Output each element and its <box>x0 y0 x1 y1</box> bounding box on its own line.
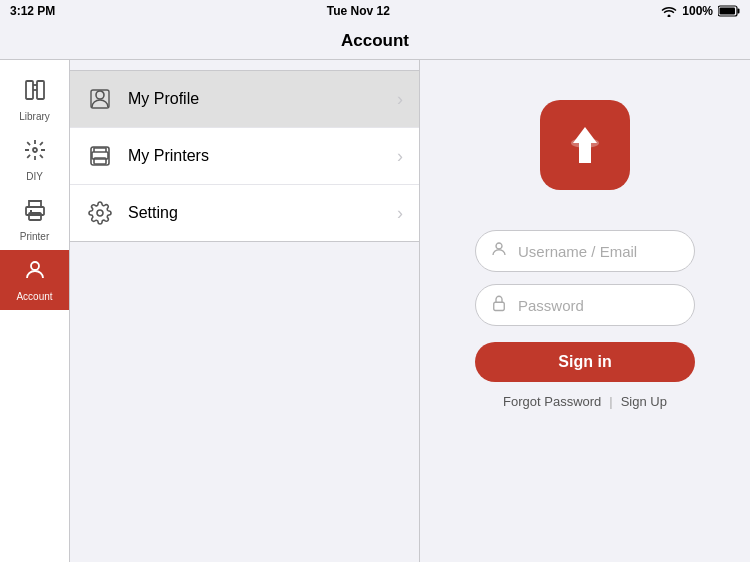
wifi-icon <box>661 5 677 17</box>
sidebar-item-account[interactable]: Account <box>0 250 69 310</box>
menu-item-my-printers[interactable]: My Printers › <box>70 128 419 185</box>
svg-rect-3 <box>26 81 33 99</box>
login-form: Sign in Forgot Password | Sign Up <box>475 230 695 409</box>
user-input-icon <box>490 240 508 262</box>
svg-point-19 <box>496 243 502 249</box>
battery-text: 100% <box>682 4 713 18</box>
forgot-password-link[interactable]: Forgot Password <box>503 394 601 409</box>
chevron-right-icon-printers: › <box>397 146 403 167</box>
status-time: 3:12 PM <box>10 4 55 18</box>
svg-rect-2 <box>719 8 735 15</box>
battery-icon <box>718 5 740 17</box>
sidebar-item-library-label: Library <box>19 111 50 122</box>
account-icon <box>23 258 47 288</box>
status-bar-right: 100% <box>661 4 740 18</box>
printers-icon <box>86 142 114 170</box>
sidebar-item-diy-label: DIY <box>26 171 43 182</box>
my-printers-label: My Printers <box>128 147 397 165</box>
setting-label: Setting <box>128 204 397 222</box>
status-bar: 3:12 PM Tue Nov 12 100% <box>0 0 750 22</box>
username-input[interactable] <box>518 243 680 260</box>
page-title: Account <box>341 31 409 51</box>
menu-list: My Profile › My Printers › <box>70 70 419 242</box>
svg-point-18 <box>571 138 599 148</box>
svg-point-17 <box>97 210 103 216</box>
sidebar-item-library[interactable]: Library <box>0 70 69 130</box>
chevron-right-icon-setting: › <box>397 203 403 224</box>
status-date: Tue Nov 12 <box>327 4 390 18</box>
app-logo-icon <box>555 115 615 175</box>
my-profile-label: My Profile <box>128 90 397 108</box>
settings-icon <box>86 199 114 227</box>
password-input[interactable] <box>518 297 680 314</box>
sign-up-link[interactable]: Sign Up <box>621 394 667 409</box>
svg-rect-8 <box>29 213 41 220</box>
main-layout: Library DIY Printer <box>0 60 750 562</box>
password-field-container <box>475 284 695 326</box>
svg-rect-1 <box>737 9 739 14</box>
svg-rect-4 <box>37 81 44 99</box>
svg-point-7 <box>33 148 37 152</box>
diy-icon <box>23 138 47 168</box>
title-bar: Account <box>0 22 750 60</box>
sign-in-button[interactable]: Sign in <box>475 342 695 382</box>
sidebar-item-printer-label: Printer <box>20 231 49 242</box>
center-panel: My Profile › My Printers › <box>70 60 420 562</box>
lock-input-icon <box>490 294 508 316</box>
sidebar-item-diy[interactable]: DIY <box>0 130 69 190</box>
printer-icon <box>23 198 47 228</box>
right-panel: Sign in Forgot Password | Sign Up <box>420 60 750 562</box>
username-field-container <box>475 230 695 272</box>
sidebar-item-printer[interactable]: Printer <box>0 190 69 250</box>
svg-rect-20 <box>494 302 505 310</box>
svg-point-12 <box>96 91 104 99</box>
links-row: Forgot Password | Sign Up <box>475 394 695 409</box>
profile-icon <box>86 85 114 113</box>
sidebar: Library DIY Printer <box>0 60 70 562</box>
book-icon <box>23 78 47 108</box>
menu-item-setting[interactable]: Setting › <box>70 185 419 241</box>
links-divider: | <box>609 394 612 409</box>
sidebar-item-account-label: Account <box>16 291 52 302</box>
app-logo <box>540 100 630 190</box>
chevron-right-icon-profile: › <box>397 89 403 110</box>
svg-point-11 <box>31 262 39 270</box>
menu-item-my-profile[interactable]: My Profile › <box>70 71 419 128</box>
